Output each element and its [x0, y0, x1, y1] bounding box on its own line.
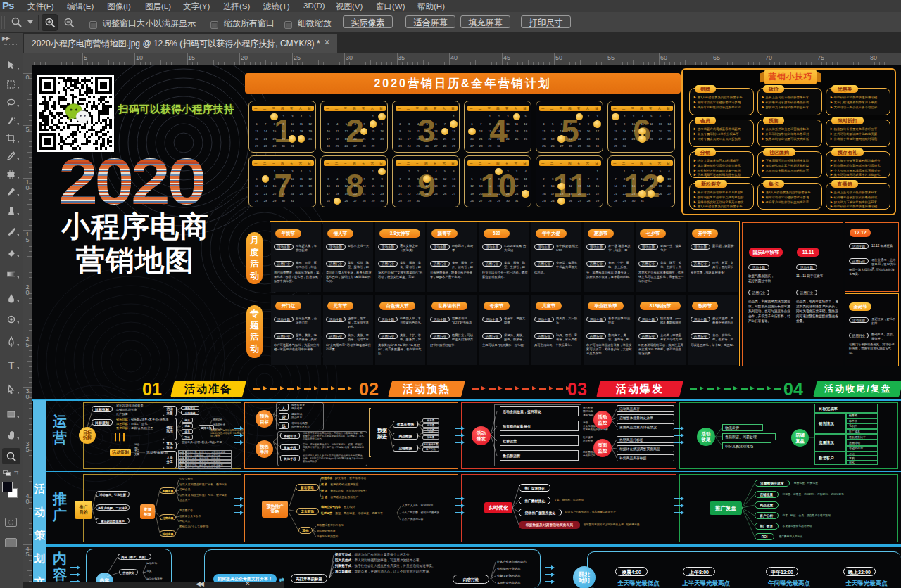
- svg-text:T: T: [8, 359, 15, 371]
